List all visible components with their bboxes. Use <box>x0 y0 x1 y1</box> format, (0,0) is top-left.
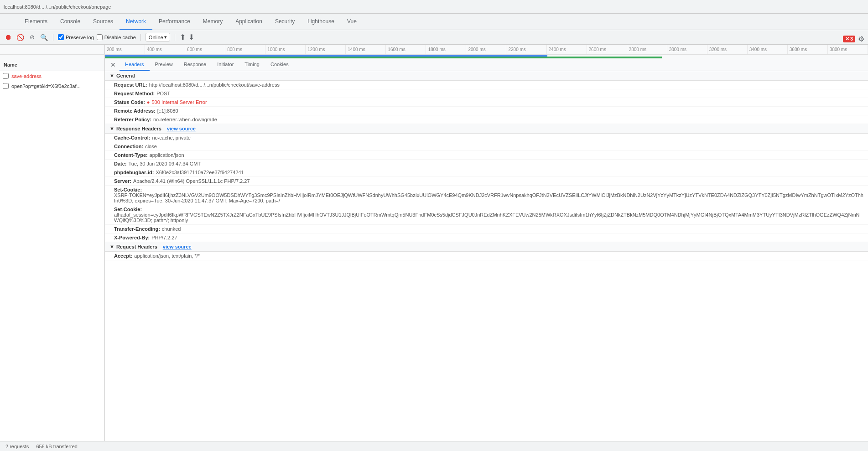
status-bar: 2 requests 656 kB transferred <box>0 441 868 450</box>
field-row: Request URL: http://localhost:8080/d... … <box>105 81 868 89</box>
tab-sources[interactable]: Sources <box>87 14 120 30</box>
list-item[interactable]: save-address <box>0 71 104 81</box>
field-row: Accept: application/json, text/plain, */… <box>105 252 868 260</box>
field-row: phpdebugbar-id:X6f0e2c3af3917110a72ee37f… <box>105 168 868 177</box>
search-button[interactable]: 🔍 <box>39 33 48 42</box>
timeline-tick: 1000 ms <box>265 45 306 54</box>
request-checkbox-2[interactable] <box>3 83 9 89</box>
field-name: Set-Cookie: <box>114 187 142 192</box>
timeline-tick: 2800 ms <box>627 45 667 54</box>
tab-timing[interactable]: Timing <box>239 58 265 71</box>
field-name: Connection: <box>114 144 143 149</box>
timeline-tick: 3800 ms <box>828 45 868 54</box>
settings-button[interactable]: ⚙ <box>858 35 864 43</box>
general-title: General <box>116 73 135 78</box>
timeline-tick: 1600 ms <box>386 45 426 54</box>
field-name: Request Method: <box>114 91 155 96</box>
field-row: Request Method: POST <box>105 89 868 98</box>
list-item[interactable]: open?op=get&id=X6f0e2c3af... <box>0 81 104 91</box>
field-name: phpdebugbar-id: <box>114 170 154 175</box>
timeline-tick: 3600 ms <box>788 45 828 54</box>
progress-bars <box>0 55 868 58</box>
field-row: Cache-Control:no-cache, private <box>105 134 868 142</box>
request-checkbox-1[interactable] <box>3 73 9 79</box>
filter-button[interactable]: ⊘ <box>27 33 36 42</box>
disable-cache-input[interactable] <box>97 34 103 40</box>
field-row: X-Powered-By:PHP/7.2.27 <box>105 233 868 242</box>
tab-console[interactable]: Console <box>54 14 87 30</box>
transferred-size: 656 kB transferred <box>36 444 78 449</box>
tab-headers[interactable]: Headers <box>120 58 150 71</box>
field-value: close <box>145 144 157 149</box>
error-count: 3 <box>850 36 853 41</box>
green-progress-bar <box>105 57 662 58</box>
preserve-log-input[interactable] <box>58 34 64 40</box>
record-button[interactable]: ⏺ <box>4 33 13 42</box>
progress-bar-area <box>105 55 868 58</box>
request-headers-section-header[interactable]: ▼ Request Headers view source <box>105 242 868 252</box>
field-value: Tue, 30 Jun 2020 09:47:34 GMT <box>129 161 201 166</box>
field-value: alhadaf_session=eyJpdiI6IkpWRFVGSTEwN2Z5… <box>114 212 863 223</box>
tab-performance[interactable]: Performance <box>152 14 197 30</box>
response-headers-view-source[interactable]: view source <box>167 126 196 131</box>
tab-response[interactable]: Response <box>178 58 212 71</box>
response-headers-fields: Cache-Control:no-cache, privateConnectio… <box>105 134 868 242</box>
field-value: no-cache, private <box>152 135 190 140</box>
close-detail-button[interactable]: ✕ <box>107 59 120 70</box>
status-code-value: 500 Internal Server Error <box>152 99 207 105</box>
import-button[interactable]: ⬆ <box>180 33 186 41</box>
field-row: Connection:close <box>105 142 868 151</box>
field-value: POST <box>156 91 170 96</box>
network-condition-dropdown[interactable]: Online ▾ <box>146 33 170 41</box>
main-content: Name save-address open?op=get&id=X6f0e2c… <box>0 58 868 450</box>
field-name: Cache-Control: <box>114 135 150 140</box>
tab-elements[interactable]: Elements <box>18 14 54 30</box>
response-headers-arrow-icon: ▼ <box>109 126 114 131</box>
tab-application[interactable]: Application <box>229 14 269 30</box>
field-name: Transfer-Encoding: <box>114 226 160 232</box>
field-value: http://localhost:8080/d... /...n/public/… <box>149 82 280 88</box>
response-headers-title: Response Headers <box>116 126 161 131</box>
field-row: Content-Type:application/json <box>105 151 868 160</box>
devtools-topbar: localhost:8080/d... /...n/public/checkou… <box>0 0 868 14</box>
progress-label-col <box>0 55 105 58</box>
field-value: [::1]:8080 <box>157 108 178 114</box>
response-headers-section-header[interactable]: ▼ Response Headers view source <box>105 124 868 134</box>
field-row: Set-Cookie:alhadaf_session=eyJpdiI6IkpWR… <box>105 205 868 225</box>
field-name: Content-Type: <box>114 152 148 158</box>
general-section-header[interactable]: ▼ General <box>105 71 868 81</box>
disable-cache-checkbox[interactable]: Disable cache <box>97 34 136 40</box>
field-name: Set-Cookie: <box>114 207 142 212</box>
detail-tabs: ✕ Headers Preview Response Initiator Tim… <box>105 58 868 71</box>
tab-cookies[interactable]: Cookies <box>265 58 294 71</box>
requests-count: 2 requests <box>5 444 29 449</box>
export-button[interactable]: ⬇ <box>188 33 194 41</box>
error-badge[interactable]: ✕ 3 <box>843 36 855 42</box>
tab-vue[interactable]: Vue <box>341 14 363 30</box>
timeline-tick: 2400 ms <box>547 45 587 54</box>
field-name: Accept: <box>114 253 132 259</box>
tab-memory[interactable]: Memory <box>197 14 229 30</box>
tab-lighthouse[interactable]: Lighthouse <box>301 14 341 30</box>
tab-initiator[interactable]: Initiator <box>212 58 239 71</box>
right-panel: ✕ Headers Preview Response Initiator Tim… <box>105 58 868 450</box>
tab-security[interactable]: Security <box>269 14 301 30</box>
clear-button[interactable]: 🚫 <box>16 33 25 42</box>
timeline-tick: 2600 ms <box>587 45 627 54</box>
toolbar-separator-2 <box>140 34 141 41</box>
request-headers-view-source[interactable]: view source <box>163 244 192 249</box>
preserve-log-checkbox[interactable]: Preserve log <box>58 34 94 40</box>
field-row-status: Status Code: ● 500 Internal Server Error <box>105 98 868 107</box>
timeline-ticks: 200 ms400 ms600 ms800 ms1000 ms1200 ms14… <box>105 45 868 54</box>
status-error-dot: ● <box>147 99 150 105</box>
field-name: Date: <box>114 161 127 166</box>
field-value: XSRF-TOKEN=eyJpdiI6IjhzZ3NLVGV2Um9OOW5DS… <box>114 192 863 203</box>
timeline-tick: 3200 ms <box>707 45 748 54</box>
field-value: application/json, text/plain, */* <box>134 253 200 259</box>
tab-network[interactable]: Network <box>120 14 152 30</box>
tab-preview[interactable]: Preview <box>150 58 178 71</box>
timeline-tick: 600 ms <box>185 45 225 54</box>
timeline-tick: 1200 ms <box>306 45 346 54</box>
field-name: Status Code: <box>114 99 145 105</box>
request-name-2: open?op=get&id=X6f0e2c3af... <box>11 83 81 89</box>
